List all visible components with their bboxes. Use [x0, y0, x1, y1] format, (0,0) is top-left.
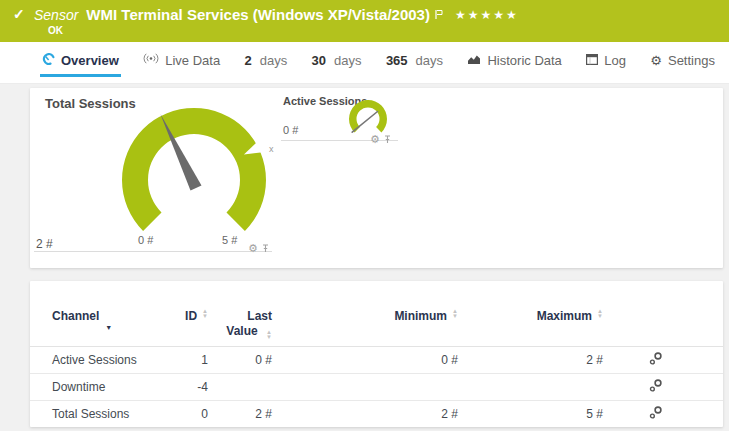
- tab-365-days[interactable]: 365 days: [384, 53, 445, 77]
- gauge-icon: [42, 53, 55, 68]
- channel-settings-gears-icon[interactable]: [649, 406, 663, 422]
- tab-settings[interactable]: ⚙ Settings: [648, 53, 717, 77]
- channel-last-value: 2 #: [208, 407, 272, 421]
- channel-last-value: 0 #: [208, 353, 272, 367]
- gauges-panel: Total Sessions x 0 # 5 # 2 # ⚙ Active Se…: [30, 88, 723, 268]
- tab-log-label: Log: [604, 53, 626, 68]
- tab-log[interactable]: Log: [584, 53, 628, 77]
- sensor-title: WMI Terminal Services (Windows XP/Vista/…: [86, 6, 430, 23]
- tab-historic-data[interactable]: Historic Data: [465, 53, 563, 77]
- flag-icon[interactable]: [435, 6, 443, 24]
- tab-2-days[interactable]: 2 days: [243, 53, 290, 77]
- gauge-ring: [122, 108, 266, 231]
- total-sessions-tools: ⚙: [248, 239, 269, 257]
- gear-icon: ⚙: [650, 54, 662, 67]
- sensor-tabbar: Overview Live Data 2 days 30 days 365 da…: [0, 42, 729, 84]
- column-header-channel[interactable]: Channel ▼: [52, 309, 162, 346]
- total-sessions-gauge: [109, 102, 279, 262]
- channel-name-link[interactable]: Total Sessions: [52, 407, 162, 421]
- tab-overview[interactable]: Overview: [40, 53, 121, 77]
- channel-id: 0: [162, 407, 208, 421]
- channel-settings-gear-icon[interactable]: ⚙: [370, 134, 380, 145]
- channel-maximum: 2 #: [458, 353, 603, 367]
- column-header-last-value[interactable]: Last Value ▲▼: [208, 309, 272, 346]
- total-sessions-current-value: 2 #: [36, 237, 53, 251]
- pin-icon[interactable]: [262, 239, 269, 257]
- log-table-icon: [586, 53, 598, 68]
- gauge-marker-label: x: [269, 144, 274, 154]
- channel-minimum: 0 #: [272, 353, 458, 367]
- sensor-header: ✓ Sensor WMI Terminal Services (Windows …: [0, 0, 729, 42]
- table-header-row: Channel ▼ ID ▲▼ Last Value ▲▼ Minimum ▲▼…: [30, 281, 723, 347]
- divider: [34, 251, 272, 252]
- gauge-ring: [349, 100, 387, 132]
- gauge-scale-min: 0 #: [138, 234, 153, 246]
- channel-id: -4: [162, 380, 208, 394]
- tab-historic-label: Historic Data: [487, 53, 561, 68]
- gauge-scale-max: 5 #: [222, 234, 237, 246]
- object-kind-label: Sensor: [34, 7, 78, 23]
- channel-maximum: 5 #: [458, 407, 603, 421]
- tab-overview-label: Overview: [61, 53, 119, 68]
- column-header-id[interactable]: ID ▲▼: [162, 309, 208, 346]
- tab-live-data-label: Live Data: [165, 53, 220, 68]
- channel-settings-gear-icon[interactable]: ⚙: [248, 243, 258, 254]
- active-sessions-current-value: 0 #: [283, 124, 298, 136]
- channel-minimum: 2 #: [272, 407, 458, 421]
- chevron-down-icon: ▼: [105, 324, 112, 331]
- active-sessions-tools: ⚙: [370, 130, 391, 148]
- channel-settings-gears-icon[interactable]: [649, 352, 663, 368]
- table-row-total-sessions: Total Sessions 0 2 # 2 # 5 #: [30, 401, 723, 427]
- tab-settings-label: Settings: [668, 53, 715, 68]
- column-header-minimum[interactable]: Minimum ▲▼: [272, 309, 458, 346]
- channel-name-link[interactable]: Downtime: [52, 380, 162, 394]
- channel-name-link[interactable]: Active Sessions: [52, 353, 162, 367]
- priority-stars[interactable]: ★★★★★: [455, 8, 519, 22]
- column-header-maximum[interactable]: Maximum ▲▼: [458, 309, 603, 346]
- table-row-active-sessions: Active Sessions 1 0 # 0 # 2 #: [30, 347, 723, 374]
- tab-live-data[interactable]: Live Data: [141, 52, 222, 77]
- status-ok-check-icon: ✓: [13, 6, 25, 22]
- tab-30-days[interactable]: 30 days: [310, 53, 364, 77]
- channel-id: 1: [162, 353, 208, 367]
- table-row-downtime: Downtime -4: [30, 374, 723, 401]
- pin-icon[interactable]: [384, 130, 391, 148]
- area-chart-icon: [467, 53, 481, 68]
- channels-table-panel: Channel ▼ ID ▲▼ Last Value ▲▼ Minimum ▲▼…: [30, 281, 723, 427]
- broadcast-icon: [143, 52, 159, 68]
- sensor-status-badge: OK: [48, 25, 63, 36]
- channel-settings-gears-icon[interactable]: [649, 379, 663, 395]
